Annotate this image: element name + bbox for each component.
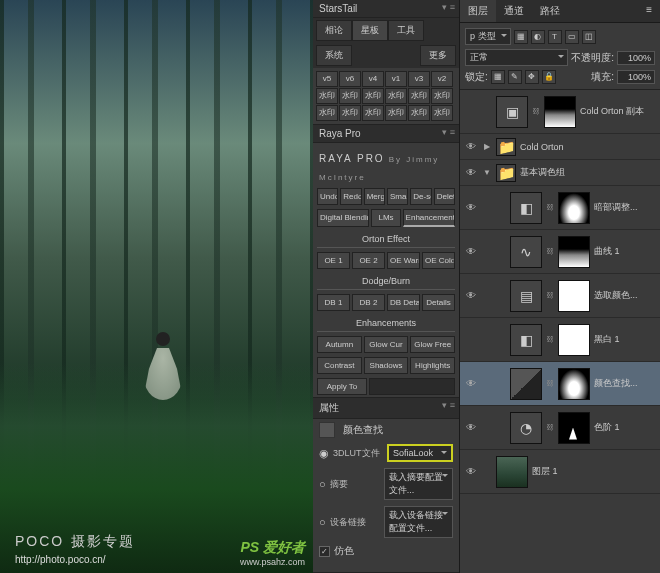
layer-row[interactable]: 👁▼📁基本调色组 <box>460 160 660 186</box>
panel-menu-icon[interactable]: ≡ <box>638 0 660 22</box>
st-tab2-0[interactable]: 系统 <box>316 45 352 66</box>
visibility-icon[interactable]: 👁 <box>464 421 478 435</box>
st-btn[interactable]: v4 <box>362 71 384 87</box>
oe2-button[interactable]: OE 2 <box>352 252 385 269</box>
lock-trans-icon[interactable]: ▦ <box>491 70 505 84</box>
filter-smart-icon[interactable]: ◫ <box>582 30 596 44</box>
autumn-button[interactable]: Autumn <box>317 336 362 353</box>
visibility-icon[interactable] <box>464 333 478 347</box>
details-button[interactable]: Details <box>422 294 455 311</box>
radio-icon[interactable]: ○ <box>319 516 326 528</box>
glowcur-button[interactable]: Glow Cur <box>364 336 409 353</box>
mask-thumb[interactable] <box>558 236 590 268</box>
st-btn[interactable]: 水印 <box>362 88 384 104</box>
filter-pixel-icon[interactable]: ▦ <box>514 30 528 44</box>
filter-kind-select[interactable]: p 类型 <box>465 28 511 45</box>
raya-desel[interactable]: De-sel <box>410 188 431 205</box>
lut-dropdown[interactable]: SofiaLook <box>387 444 453 462</box>
panel-menu-icon[interactable]: ▾ ≡ <box>442 2 455 12</box>
layers-tab[interactable]: 图层 <box>460 0 496 22</box>
mask-thumb[interactable] <box>558 280 590 312</box>
visibility-icon[interactable]: 👁 <box>464 166 478 180</box>
st-btn[interactable]: 水印 <box>408 88 430 104</box>
paths-tab[interactable]: 路径 <box>532 0 568 22</box>
st-btn[interactable]: 水印 <box>431 105 453 121</box>
glowfree-button[interactable]: Glow Free <box>410 336 455 353</box>
raya-smart[interactable]: Smart <box>387 188 408 205</box>
apply-to-button[interactable]: Apply To <box>317 378 367 395</box>
raya-lms[interactable]: LMs <box>371 209 400 227</box>
st-btn[interactable]: 水印 <box>408 105 430 121</box>
st-tab-2[interactable]: 工具 <box>388 20 424 41</box>
oe-warm-button[interactable]: OE Warm <box>387 252 420 269</box>
st-btn[interactable]: 水印 <box>362 105 384 121</box>
fold-icon[interactable]: ▼ <box>482 168 492 177</box>
raya-enhancements[interactable]: Enhancements <box>403 209 455 227</box>
raya-merge[interactable]: Merge <box>364 188 385 205</box>
layer-row[interactable]: ◧⛓黑白 1 <box>460 318 660 362</box>
visibility-icon[interactable]: 👁 <box>464 201 478 215</box>
st-btn[interactable]: 水印 <box>339 88 361 104</box>
document-canvas[interactable]: POCO 摄影专题 http://photo.poco.cn/ PS 爱好者 w… <box>0 0 313 573</box>
visibility-icon[interactable]: 👁 <box>464 377 478 391</box>
mask-thumb[interactable] <box>558 324 590 356</box>
highlights-button[interactable]: Highlights <box>410 357 455 374</box>
st-btn[interactable]: v5 <box>316 71 338 87</box>
st-btn[interactable]: 水印 <box>385 88 407 104</box>
st-tab-0[interactable]: 相论 <box>316 20 352 41</box>
filter-shape-icon[interactable]: ▭ <box>565 30 579 44</box>
dither-checkbox[interactable]: ✓ <box>319 546 330 557</box>
device-dropdown[interactable]: 载入设备链接配置文件... <box>384 506 453 538</box>
raya-undo[interactable]: Undo <box>317 188 338 205</box>
st-tab-1[interactable]: 星板 <box>352 20 388 41</box>
raya-digital-blending[interactable]: Digital Blending <box>317 209 369 227</box>
abstract-dropdown[interactable]: 载入摘要配置文件... <box>384 468 453 500</box>
filter-type-icon[interactable]: T <box>548 30 562 44</box>
visibility-icon[interactable]: 👁 <box>464 140 478 154</box>
st-btn[interactable]: v1 <box>385 71 407 87</box>
panel-menu-icon[interactable]: ▾ ≡ <box>442 127 455 137</box>
st-btn[interactable]: v6 <box>339 71 361 87</box>
layer-row[interactable]: ▣⛓Cold Orton 副本 <box>460 90 660 134</box>
layer-row[interactable]: 👁◔⛓色阶 1 <box>460 406 660 450</box>
lock-paint-icon[interactable]: ✎ <box>508 70 522 84</box>
layer-row[interactable]: 👁▤⛓选取颜色... <box>460 274 660 318</box>
radio-icon[interactable]: ○ <box>319 478 326 490</box>
layer-row[interactable]: 👁▶📁Cold Orton <box>460 134 660 160</box>
blend-mode-select[interactable]: 正常 <box>465 49 568 66</box>
channels-tab[interactable]: 通道 <box>496 0 532 22</box>
lock-all-icon[interactable]: 🔒 <box>542 70 556 84</box>
layer-row[interactable]: 👁∿⛓曲线 1 <box>460 230 660 274</box>
visibility-icon[interactable]: 👁 <box>464 465 478 479</box>
lock-pos-icon[interactable]: ✥ <box>525 70 539 84</box>
raya-redo[interactable]: Redo <box>340 188 361 205</box>
mask-thumb[interactable] <box>558 368 590 400</box>
db2-button[interactable]: DB 2 <box>352 294 385 311</box>
raya-delete[interactable]: Delete <box>434 188 455 205</box>
oe1-button[interactable]: OE 1 <box>317 252 350 269</box>
mask-thumb[interactable] <box>544 96 576 128</box>
fold-icon[interactable]: ▶ <box>482 142 492 151</box>
st-btn[interactable]: 水印 <box>431 88 453 104</box>
visibility-icon[interactable]: 👁 <box>464 245 478 259</box>
panel-menu-icon[interactable]: ▾ ≡ <box>442 400 455 410</box>
layer-row[interactable]: 👁图层 1 <box>460 450 660 494</box>
st-tab2-1[interactable]: 更多 <box>420 45 456 66</box>
apply-to-field[interactable] <box>369 378 455 395</box>
st-btn[interactable]: v2 <box>431 71 453 87</box>
layer-row[interactable]: 👁⛓颜色查找... <box>460 362 660 406</box>
radio-icon[interactable]: ◉ <box>319 447 329 460</box>
oe-cold-button[interactable]: OE Cold <box>422 252 455 269</box>
st-btn[interactable]: 水印 <box>385 105 407 121</box>
mask-thumb[interactable] <box>558 412 590 444</box>
visibility-icon[interactable] <box>464 105 478 119</box>
st-btn[interactable]: 水印 <box>316 105 338 121</box>
st-btn[interactable]: 水印 <box>316 88 338 104</box>
st-btn[interactable]: 水印 <box>339 105 361 121</box>
layer-row[interactable]: 👁◧⛓暗部调整... <box>460 186 660 230</box>
visibility-icon[interactable]: 👁 <box>464 289 478 303</box>
fill-field[interactable]: 100% <box>617 70 655 84</box>
shadows-button[interactable]: Shadows <box>364 357 409 374</box>
db-details-button[interactable]: DB Details <box>387 294 420 311</box>
contrast-button[interactable]: Contrast <box>317 357 362 374</box>
